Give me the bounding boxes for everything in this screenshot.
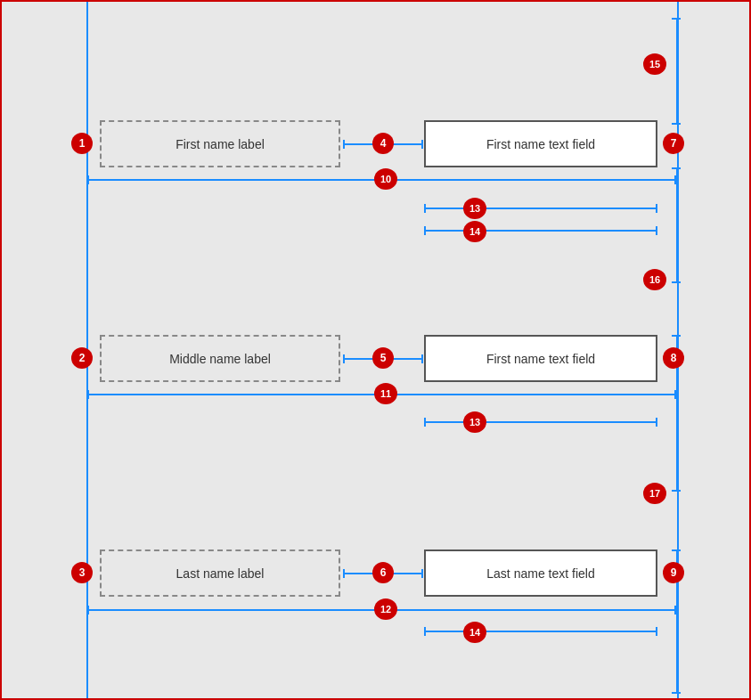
badge-4: 4 [372, 133, 394, 154]
last-name-label-box: Last name label [100, 549, 340, 597]
middle-name-label-box: Middle name label [100, 335, 340, 382]
badge-17: 17 [643, 483, 666, 504]
badge-14a: 14 [463, 221, 486, 242]
badge-13b: 13 [463, 411, 486, 433]
tick-mid-right1 [672, 123, 681, 125]
last-name-field-text: Last name text field [486, 566, 594, 581]
badge-3: 3 [71, 562, 93, 583]
tick-top-right [672, 18, 681, 20]
field-arrow-1a [424, 208, 657, 209]
tick-mid-right3 [672, 281, 681, 283]
vseg-top-right [676, 18, 678, 125]
badge-8: 8 [663, 347, 684, 369]
diagram-container: First name label First name text field M… [0, 0, 751, 700]
badge-5: 5 [372, 347, 394, 369]
first-name-field-box[interactable]: First name text field [424, 120, 657, 167]
middle-name-label-text: Middle name label [169, 352, 271, 366]
first-name-label-box: First name label [100, 120, 340, 167]
badge-11: 11 [374, 383, 397, 404]
badge-10: 10 [374, 168, 397, 190]
tick-mid-right4 [672, 335, 681, 337]
badge-6: 6 [372, 562, 394, 583]
vseg-mid-right1 [676, 167, 678, 281]
tick-bot-right1 [672, 549, 681, 551]
badge-12: 12 [374, 598, 397, 620]
first-name-label-text: First name label [176, 137, 265, 151]
badge-2: 2 [71, 347, 93, 369]
badge-13a: 13 [463, 198, 486, 219]
middle-name-field-text: First name text field [486, 352, 595, 366]
badge-1: 1 [71, 133, 93, 154]
tick-mid-right2 [672, 167, 681, 169]
badge-16: 16 [643, 269, 666, 290]
last-name-label-text: Last name label [176, 566, 265, 581]
tick-mid-right5 [672, 490, 681, 492]
field-arrow-3a [424, 631, 657, 632]
field-arrow-1b [424, 230, 657, 232]
badge-7: 7 [663, 133, 684, 154]
badge-15: 15 [643, 53, 666, 75]
last-name-field-box[interactable]: Last name text field [424, 549, 657, 597]
field-arrow-2a [424, 421, 657, 423]
middle-name-field-box[interactable]: First name text field [424, 335, 657, 382]
first-name-field-text: First name text field [486, 137, 595, 151]
badge-9: 9 [663, 562, 684, 583]
badge-14b: 14 [463, 622, 486, 643]
tick-bot-right2 [672, 692, 681, 694]
